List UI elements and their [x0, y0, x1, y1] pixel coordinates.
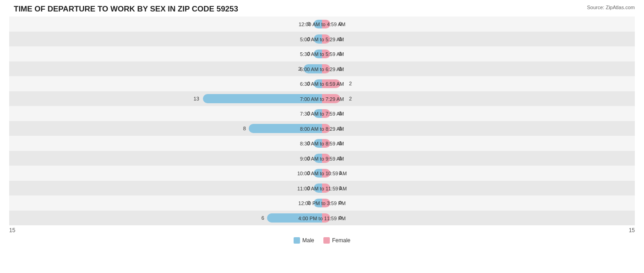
- right-section: 0: [322, 32, 635, 47]
- legend-female-label: Female: [332, 237, 350, 244]
- bar-row: 13 7:00 AM to 7:29 AM 2: [9, 91, 635, 106]
- bar-row: 0 5:30 AM to 5:59 AM 0: [9, 46, 635, 61]
- bar-row: 0 8:30 AM to 8:59 AM 0: [9, 136, 635, 151]
- left-section: 0: [9, 166, 322, 181]
- legend-male: Male: [294, 237, 314, 244]
- male-bar: 6: [267, 213, 322, 223]
- bar-row: 0 6:30 AM to 6:59 AM 2: [9, 76, 635, 91]
- male-value: 0: [307, 81, 310, 86]
- right-section: 0: [322, 61, 635, 77]
- left-section: 13: [9, 91, 322, 106]
- right-section: 0: [322, 151, 635, 166]
- male-value: 13: [194, 96, 199, 101]
- left-section: 2: [9, 61, 322, 77]
- female-value: 0: [339, 140, 342, 146]
- left-section: 0: [9, 17, 322, 32]
- left-section: 0: [9, 181, 322, 196]
- female-value: 2: [349, 81, 352, 86]
- bar-row: 0 11:00 AM to 11:59 AM 0: [9, 181, 635, 196]
- right-section: 2: [322, 76, 635, 91]
- right-section: 0: [322, 136, 635, 151]
- male-bar: 0: [314, 20, 322, 29]
- male-bar: 0: [314, 154, 322, 163]
- female-bar: 0: [322, 20, 330, 29]
- left-section: 0: [9, 106, 322, 121]
- female-bar: 0: [322, 34, 330, 44]
- right-section: 0: [322, 211, 635, 226]
- axis-max: 15: [629, 227, 635, 234]
- male-bar: 8: [249, 124, 322, 133]
- male-value: 0: [307, 51, 310, 56]
- female-value: 0: [339, 215, 342, 221]
- male-bar: 0: [314, 184, 322, 193]
- bar-row: 0 9:00 AM to 9:59 AM 0: [9, 151, 635, 166]
- axis-labels: 15 15: [9, 225, 635, 235]
- right-section: 0: [322, 121, 635, 136]
- bar-row: 0 12:00 PM to 3:59 PM 0: [9, 195, 635, 211]
- male-bar: 0: [314, 34, 322, 44]
- rows-container: 0 12:00 AM to 4:59 AM 0 0 5:00 AM to 5:2…: [9, 17, 635, 225]
- legend-male-label: Male: [302, 237, 314, 244]
- female-bar: 0: [322, 184, 330, 193]
- male-value: 8: [243, 126, 246, 131]
- bar-row: 2 6:00 AM to 6:29 AM 0: [9, 61, 635, 77]
- male-bar: 0: [314, 79, 322, 89]
- female-bar: 0: [322, 64, 330, 73]
- bar-row: 0 12:00 AM to 4:59 AM 0: [9, 17, 635, 32]
- male-value: 0: [307, 156, 310, 161]
- female-bar: 0: [322, 124, 330, 133]
- female-value: 2: [349, 96, 352, 101]
- female-bar: 0: [322, 154, 330, 163]
- male-value: 0: [307, 200, 310, 206]
- legend-female: Female: [323, 237, 350, 244]
- male-bar: 0: [314, 109, 322, 118]
- right-section: 0: [322, 46, 635, 61]
- male-bar: 2: [304, 64, 322, 73]
- male-value: 0: [307, 21, 310, 27]
- female-bar: 0: [322, 139, 330, 148]
- source-text: Source: ZipAtlas.com: [587, 5, 635, 10]
- chart-title: TIME OF DEPARTURE TO WORK BY SEX IN ZIP …: [9, 5, 635, 14]
- male-bar: 0: [314, 50, 322, 59]
- female-value: 0: [339, 200, 342, 206]
- legend: Male Female: [9, 237, 635, 244]
- bar-row: 0 5:00 AM to 5:29 AM 0: [9, 32, 635, 47]
- chart-container: TIME OF DEPARTURE TO WORK BY SEX IN ZIP …: [0, 0, 644, 273]
- female-bar: 0: [322, 50, 330, 59]
- bar-row: 6 4:00 PM to 11:59 PM 0: [9, 211, 635, 226]
- left-section: 0: [9, 32, 322, 47]
- male-value: 0: [307, 140, 310, 146]
- left-section: 0: [9, 195, 322, 211]
- bar-row: 0 10:00 AM to 10:59 AM 0: [9, 166, 635, 181]
- male-bar: 13: [203, 94, 322, 103]
- female-value: 0: [339, 66, 342, 72]
- female-value: 0: [339, 126, 342, 131]
- bar-row: 8 8:00 AM to 8:29 AM 0: [9, 121, 635, 136]
- right-section: 0: [322, 17, 635, 32]
- female-bar: 0: [322, 213, 330, 223]
- female-bar: 0: [322, 169, 330, 178]
- female-value: 0: [339, 51, 342, 56]
- left-section: 0: [9, 46, 322, 61]
- left-section: 0: [9, 136, 322, 151]
- male-bar: 0: [314, 169, 322, 178]
- female-value: 0: [339, 111, 342, 116]
- left-section: 0: [9, 151, 322, 166]
- female-value: 0: [339, 185, 342, 191]
- female-value: 0: [339, 170, 342, 176]
- male-value: 0: [307, 36, 310, 42]
- right-section: 0: [322, 181, 635, 196]
- left-section: 6: [9, 211, 322, 226]
- right-section: 0: [322, 195, 635, 211]
- male-value: 0: [307, 185, 310, 191]
- bar-row: 0 7:30 AM to 7:59 AM 0: [9, 106, 635, 121]
- female-bar: 2: [322, 94, 340, 103]
- male-value: 2: [298, 66, 301, 72]
- male-value: 0: [307, 111, 310, 116]
- left-section: 8: [9, 121, 322, 136]
- male-bar: 0: [314, 139, 322, 148]
- female-value: 0: [339, 156, 342, 161]
- male-value: 0: [307, 170, 310, 176]
- female-bar: 2: [322, 79, 340, 89]
- female-bar: 0: [322, 199, 330, 208]
